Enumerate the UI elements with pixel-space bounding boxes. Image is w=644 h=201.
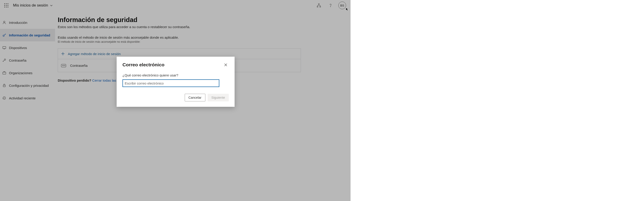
next-label: Siguiente	[212, 96, 225, 100]
cancel-label: Cancelar	[188, 96, 202, 100]
cursor-icon	[345, 8, 349, 11]
close-icon	[224, 63, 228, 66]
dialog-label: ¿Qué correo electrónico quiere usar?	[122, 73, 229, 77]
next-button: Siguiente	[208, 94, 229, 102]
email-dialog: Correo electrónico ¿Qué correo electróni…	[116, 57, 234, 107]
email-input[interactable]	[122, 79, 219, 87]
dialog-title: Correo electrónico	[122, 62, 164, 68]
close-button[interactable]	[222, 62, 229, 68]
cancel-button[interactable]: Cancelar	[185, 94, 206, 102]
